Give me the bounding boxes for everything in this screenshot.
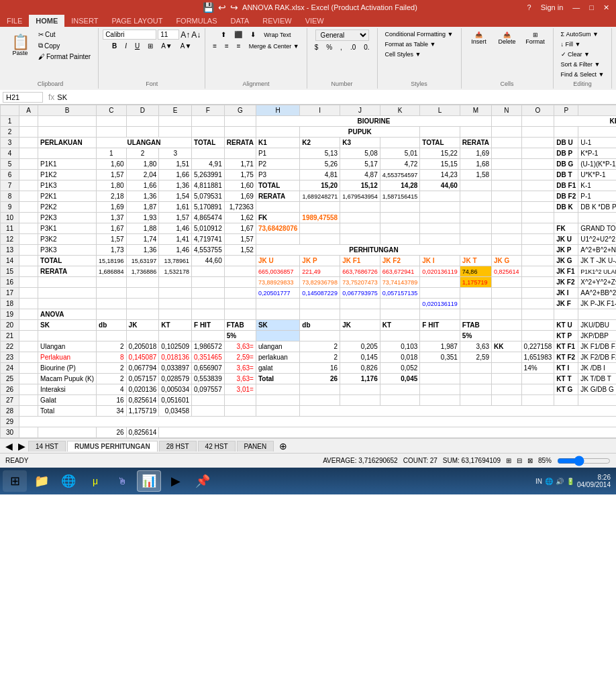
cell-i25[interactable]: 26 [300,374,340,384]
close-btn[interactable]: ✕ [599,3,613,12]
cell-m15[interactable]: 74,86 [460,266,491,277]
cell-p8[interactable]: DB F2 [554,191,578,202]
cell-o1[interactable] [521,116,554,127]
cell-c1[interactable] [97,116,127,127]
cell-f21[interactable] [192,331,225,341]
cell-o5[interactable] [521,159,554,170]
cell-m8[interactable] [460,191,491,202]
cell-d21[interactable] [126,331,159,341]
cell-m26[interactable] [460,384,491,395]
cell-d9[interactable]: 1,87 [126,202,159,213]
row-header-3[interactable]: 3 [1,138,19,148]
row-header-7[interactable]: 7 [1,180,19,191]
cell-a1[interactable] [19,116,38,127]
col-header-c[interactable]: C [97,105,127,116]
cell-g16[interactable] [224,277,256,288]
tab-formulas[interactable]: FORMULAS [169,15,223,27]
cell-k19[interactable] [380,309,420,320]
formula-input[interactable] [57,93,613,101]
cell-a7[interactable] [19,180,38,191]
cell-g19[interactable] [224,309,256,320]
cell-q2[interactable] [578,127,616,138]
cell-q14[interactable]: JK T -JK U-JK P [578,256,616,266]
cell-b11[interactable]: P3K1 [38,223,97,234]
cell-k21[interactable] [380,331,420,341]
cell-p17[interactable]: JK I [554,288,578,299]
cell-g5[interactable]: 1,71 [224,159,256,170]
cell-n23[interactable] [492,352,522,363]
cell-m6[interactable]: 1,58 [460,170,491,180]
cell-p18[interactable]: JK F [554,299,578,309]
cell-b19[interactable]: ANOVA [38,309,97,320]
autosum-btn[interactable]: Σ AutoSum ▼ [558,30,608,39]
view-layout-btn[interactable]: ⊟ [517,457,522,464]
font-color-button[interactable]: A▼ [177,41,195,51]
cut-button[interactable]: ✂ Cut [35,30,94,40]
cell-k16[interactable]: 73,74143789 [380,277,420,288]
cell-k8[interactable]: 1,587156415 [380,191,420,202]
cell-q27[interactable] [578,395,616,406]
sheet-nav-next[interactable]: ▶ [15,441,28,452]
maximize-btn[interactable]: □ [585,3,598,11]
cell-k20[interactable]: KT [380,320,420,331]
cell-n25[interactable] [492,374,522,384]
cell-h3[interactable]: K1 [256,138,299,148]
cell-m11[interactable] [460,223,491,234]
cell-q13[interactable]: A^2+B^2+N^2/U-FK [578,245,616,256]
copy-button[interactable]: ⧉ Copy [35,40,94,51]
cell-e5[interactable]: 1,51 [159,159,192,170]
cell-e9[interactable]: 1,61 [159,202,192,213]
row-header-1[interactable]: 1 [1,116,19,127]
cell-c25[interactable]: 2 [97,374,127,384]
cell-k14[interactable]: JK F2 [380,256,420,266]
cell-n26[interactable] [492,384,522,395]
cell-b23[interactable]: Perlakuan [38,352,97,363]
cell-f15[interactable] [192,266,225,277]
cell-f18[interactable] [192,299,225,309]
cell-d19[interactable] [126,309,159,320]
col-header-o[interactable]: O [521,105,554,116]
cell-k12[interactable] [380,234,420,245]
cell-p23[interactable]: KT F2 [554,352,578,363]
cell-q11[interactable]: GRAND TOTAL^2/U*P [578,223,616,234]
cell-l26[interactable] [420,384,460,395]
cell-c26[interactable]: 4 [97,384,127,395]
cell-l9[interactable] [420,202,460,213]
cell-h5[interactable]: P2 [256,159,299,170]
cell-j3[interactable]: K3 [340,138,380,148]
col-header-g[interactable]: G [224,105,256,116]
cell-m24[interactable] [460,363,491,374]
col-header-i[interactable]: I [300,105,340,116]
tab-home[interactable]: HOME [29,15,64,27]
cell-j21[interactable] [340,331,380,341]
cell-a4[interactable] [19,148,38,159]
cell-b8[interactable]: P2K1 [38,191,97,202]
cell-n7[interactable] [492,180,522,191]
cell-p19[interactable] [554,309,578,320]
sheet-tab-28hst[interactable]: 28 HST [159,441,197,452]
cell-m14[interactable]: JK T [460,256,491,266]
cell-a13[interactable] [19,245,38,256]
cell-e10[interactable]: 1,57 [159,213,192,223]
row-header-17[interactable]: 17 [1,288,19,299]
cell-o7[interactable] [521,180,554,191]
cell-g7[interactable]: 1,60 [224,180,256,191]
cell-m22[interactable]: 3,63 [460,341,491,352]
cell-m5[interactable]: 1,68 [460,159,491,170]
comma-btn[interactable]: , [337,42,346,52]
col-header-l[interactable]: L [420,105,460,116]
cell-g11[interactable]: 1,67 [224,223,256,234]
cell-p2[interactable] [554,127,578,138]
currency-btn[interactable]: $ [311,42,322,52]
cell-n18[interactable] [492,299,522,309]
cell-c13[interactable]: 1,73 [97,245,127,256]
col-header-b[interactable]: B [38,105,97,116]
cell-h14[interactable]: JK U [256,256,299,266]
cell-q22[interactable]: JK F1/DB F1 [578,341,616,352]
cell-p15[interactable]: JK F1 [554,266,578,277]
cell-o16[interactable] [521,277,554,288]
cell-o18[interactable] [521,299,554,309]
cell-f3[interactable]: TOTAL [192,138,225,148]
view-normal-btn[interactable]: ⊞ [506,457,511,464]
cell-k4[interactable]: 5,01 [380,148,420,159]
